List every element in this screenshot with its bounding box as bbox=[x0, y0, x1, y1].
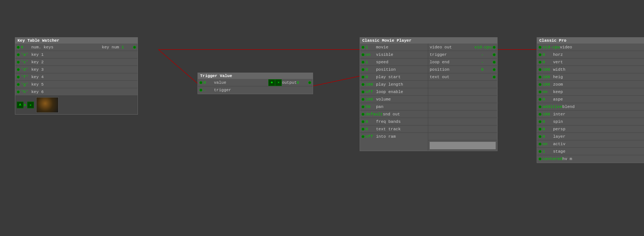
cp-val-persp: 0 bbox=[543, 127, 553, 131]
ktw-port-key3[interactable] bbox=[17, 68, 20, 71]
cmp-port-playstart[interactable] bbox=[362, 76, 364, 79]
ktw-x-icon[interactable]: ✕ bbox=[27, 102, 34, 108]
cp-port-blend[interactable] bbox=[539, 105, 542, 108]
tv-row-0: 0 value ✱ ✕ output 0 bbox=[198, 79, 313, 86]
cp-port-vidcpu[interactable] bbox=[539, 46, 542, 49]
cp-val-blend: additive bbox=[543, 105, 562, 109]
cmp-port-visible[interactable] bbox=[362, 53, 364, 56]
cmp-port-playlength[interactable] bbox=[362, 83, 364, 86]
cmp-row-intoram: off into ram bbox=[360, 133, 428, 140]
cp-port-spin[interactable] bbox=[539, 120, 542, 123]
cmp-port-sndout[interactable] bbox=[362, 113, 364, 116]
ktw-a-icon[interactable]: A bbox=[17, 102, 23, 108]
cp-label-video: video bbox=[560, 45, 643, 50]
cmp-row-empty6 bbox=[428, 118, 497, 125]
cp-port-layer[interactable] bbox=[539, 135, 542, 138]
cmp-val-videoout: vid-cpu bbox=[474, 45, 492, 50]
cmp-output-bar bbox=[430, 142, 496, 149]
cmp-row-textout: text out bbox=[428, 73, 497, 81]
cmp-port-pan[interactable] bbox=[362, 105, 364, 108]
cp-port-keep[interactable] bbox=[539, 90, 542, 93]
cp-row-hvm: centered hv m bbox=[537, 155, 644, 163]
tv-x-icon[interactable]: ✕ bbox=[275, 79, 282, 86]
cmp-port-volume[interactable] bbox=[362, 98, 364, 101]
cmp-val-position: 0 bbox=[366, 67, 376, 72]
cmp-row-empty8 bbox=[428, 133, 497, 140]
cp-row-width: 100 width bbox=[537, 66, 644, 73]
cmp-label-loopend: loop end bbox=[430, 60, 480, 64]
ktw-port-key4[interactable] bbox=[17, 76, 20, 79]
ktw-label-key3: key 3 bbox=[31, 67, 136, 72]
cmp-port-loopend[interactable] bbox=[493, 61, 496, 64]
cmp-port-movie[interactable] bbox=[362, 46, 364, 49]
cp-val-keep: on bbox=[543, 90, 553, 94]
ktw-port-keynum-out[interactable] bbox=[133, 46, 136, 49]
cmp-port-videoout[interactable] bbox=[493, 46, 496, 49]
ktw-port-key2[interactable] bbox=[17, 61, 20, 64]
cp-port-inter[interactable] bbox=[539, 113, 542, 116]
ktw-port-key1[interactable] bbox=[17, 53, 20, 56]
cp-label-vert: vert bbox=[553, 60, 643, 64]
cmp-label-speed: speed bbox=[376, 60, 426, 64]
cmp-row-videoout: video out vid-cpu bbox=[428, 44, 497, 51]
tv-port-value-in[interactable] bbox=[199, 81, 202, 84]
cp-label-layer: layer bbox=[553, 134, 643, 139]
cmp-port-texttrack[interactable] bbox=[362, 128, 364, 131]
cmp-val-intoram: off bbox=[366, 134, 376, 139]
ktw-val-key4: 'f' bbox=[21, 75, 31, 79]
cp-port-hvm[interactable] bbox=[539, 157, 542, 160]
cmp-port-intoram[interactable] bbox=[362, 135, 364, 138]
ktw-port-key6[interactable] bbox=[17, 90, 20, 93]
cp-label-stage: stage bbox=[553, 149, 643, 154]
cmp-row-position-out: position 0 bbox=[428, 66, 497, 73]
cmp-port-speed[interactable] bbox=[362, 61, 364, 64]
cp-port-width[interactable] bbox=[539, 68, 542, 71]
tv-port-trigger[interactable] bbox=[199, 89, 202, 92]
cp-row-stage: 1 stage bbox=[537, 148, 644, 155]
cmp-label-videoout: video out bbox=[430, 45, 474, 50]
cp-port-stage[interactable] bbox=[539, 150, 542, 153]
cp-val-layer: 0 bbox=[543, 134, 553, 139]
cp-row-inter: 100 inter bbox=[537, 111, 644, 118]
cmp-label-sndout: snd out bbox=[383, 112, 426, 117]
cp-port-zoom[interactable] bbox=[539, 83, 542, 86]
cp-port-heig[interactable] bbox=[539, 76, 542, 79]
cmp-row-loopenable: off loop enable bbox=[360, 88, 428, 96]
cmp-port-trigger-out[interactable] bbox=[493, 53, 496, 56]
tv-label-trigger: trigger bbox=[214, 88, 311, 92]
cp-port-persp[interactable] bbox=[539, 128, 542, 131]
cmp-row-empty7 bbox=[428, 125, 497, 133]
cmp-label-loopenable: loop enable bbox=[376, 90, 426, 94]
cmp-port-loopenable[interactable] bbox=[362, 90, 364, 93]
cmp-label-volume: volume bbox=[376, 97, 426, 102]
tv-port-output[interactable] bbox=[308, 81, 311, 84]
ktw-row-5: 'g' key 5 bbox=[15, 81, 138, 88]
classic-movie-player-node: Classic Movie Player 1 movie on visible … bbox=[360, 37, 498, 151]
cmp-row-loopend: loop end - bbox=[428, 58, 497, 66]
cp-port-aspe[interactable] bbox=[539, 98, 542, 101]
cmp-row-empty1 bbox=[428, 81, 497, 88]
cp-port-horz[interactable] bbox=[539, 53, 542, 56]
cp-label-zoom: zoom bbox=[553, 82, 643, 87]
tv-star-icon[interactable]: ✱ bbox=[268, 79, 275, 86]
cmp-row-sndout: default snd out bbox=[360, 111, 428, 118]
cp-val-spin: 0 bbox=[543, 119, 553, 124]
cp-label-inter: inter bbox=[553, 112, 643, 117]
cmp-port-position[interactable] bbox=[362, 68, 364, 71]
cmp-label-movie: movie bbox=[376, 45, 426, 50]
cp-label-blend: blend bbox=[562, 105, 643, 109]
ktw-label-keynum: key num bbox=[102, 45, 119, 50]
cmp-port-position-out[interactable] bbox=[493, 68, 496, 71]
cmp-port-textout[interactable] bbox=[493, 76, 496, 79]
tv-title: Trigger Value bbox=[198, 73, 313, 79]
cmp-val-playlength: 100 bbox=[366, 82, 376, 87]
cp-val-vert: 0 bbox=[543, 60, 553, 64]
cp-port-activ[interactable] bbox=[539, 143, 542, 146]
ktw-port-numkeys[interactable] bbox=[17, 46, 20, 49]
ktw-port-key5[interactable] bbox=[17, 83, 20, 86]
ktw-val-keynum: 1 bbox=[121, 45, 132, 50]
cmp-row-position: 0 position bbox=[360, 66, 428, 73]
cmp-port-freqbands[interactable] bbox=[362, 120, 364, 123]
cp-port-vert[interactable] bbox=[539, 61, 542, 64]
ktw-row-3: 'd' key 3 bbox=[15, 66, 138, 73]
